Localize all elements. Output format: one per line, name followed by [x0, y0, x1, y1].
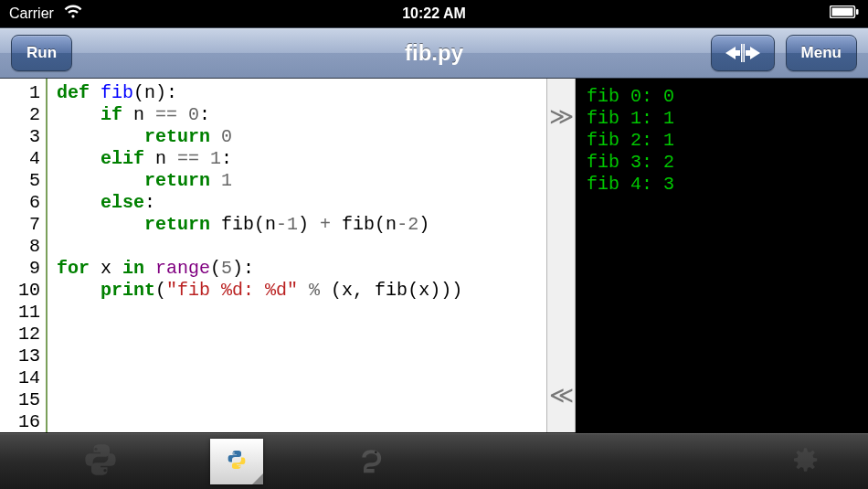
svg-rect-4 — [743, 44, 745, 62]
t: 0 — [188, 104, 199, 125]
snake-icon — [355, 441, 391, 482]
t — [199, 148, 210, 169]
nav-bar: Run fib.py Menu — [0, 27, 868, 79]
t: 2 — [408, 214, 418, 235]
wifi-icon — [63, 5, 83, 23]
t: return — [144, 214, 210, 235]
console-output[interactable]: fib 0: 0fib 1: 1fib 2: 1fib 3: 2fib 4: 3 — [576, 79, 868, 432]
code-area[interactable]: def fib(n): if n == 0: return 0 elif n =… — [48, 79, 546, 432]
t: n — [144, 148, 177, 169]
carrier-label: Carrier — [9, 5, 54, 22]
t: return — [144, 126, 210, 147]
clock-label: 10:22 AM — [402, 5, 466, 22]
t: == — [155, 104, 177, 125]
t: : — [144, 192, 155, 213]
line-number: 6 — [0, 192, 40, 214]
battery-icon — [830, 5, 859, 22]
line-number: 10 — [0, 280, 40, 302]
split-button[interactable] — [711, 35, 775, 71]
t: (x, fib(x))) — [320, 280, 462, 301]
tab-bar — [0, 432, 868, 489]
line-number: 8 — [0, 236, 40, 258]
chevron-left-icon: ≪ — [549, 383, 574, 407]
t: 1 — [287, 214, 298, 235]
t: for — [57, 258, 90, 279]
run-button-label: Run — [26, 44, 57, 62]
tab-python[interactable] — [64, 440, 137, 484]
t: else — [101, 192, 144, 213]
t: 0 — [221, 126, 232, 147]
pane-divider[interactable]: ≫ ≪ — [546, 79, 576, 432]
line-number: 13 — [0, 345, 40, 367]
console-line: fib 4: 3 — [587, 174, 857, 196]
t: - — [276, 214, 287, 235]
line-number: 15 — [0, 389, 40, 411]
line-number: 1 — [0, 82, 40, 104]
t: 5 — [221, 258, 232, 279]
t: fib(n — [331, 214, 397, 235]
python-logo-icon — [82, 441, 119, 482]
t — [177, 104, 188, 125]
t: ) — [418, 214, 429, 235]
t: 1 — [221, 170, 232, 191]
console-line: fib 0: 0 — [587, 86, 857, 108]
svg-point-5 — [375, 451, 377, 453]
menu-button[interactable]: Menu — [786, 35, 857, 71]
tab-console[interactable] — [336, 440, 409, 484]
t — [298, 280, 309, 301]
t: ) — [298, 214, 320, 235]
t: : — [199, 104, 210, 125]
t: fib(n — [210, 214, 276, 235]
python-file-icon — [223, 443, 250, 480]
app-frame: Carrier 10:22 AM Run fib.py — [0, 0, 868, 489]
file-title: fib.py — [405, 40, 463, 66]
line-number: 2 — [0, 104, 40, 126]
tab-settings[interactable] — [767, 440, 841, 484]
svg-rect-3 — [741, 44, 743, 62]
line-gutter: 1 2 3 4 5 6 7 8 9 10 11 12 13 14 15 16 — [0, 79, 48, 432]
t: elif — [101, 148, 144, 169]
menu-button-label: Menu — [801, 44, 842, 62]
t: ( — [155, 280, 166, 301]
gear-icon — [787, 442, 821, 481]
t: "fib %d: %d" — [166, 280, 298, 301]
line-number: 4 — [0, 148, 40, 170]
editor-pane[interactable]: 1 2 3 4 5 6 7 8 9 10 11 12 13 14 15 16 d… — [0, 79, 546, 432]
t: : — [221, 148, 232, 169]
t: % — [309, 280, 320, 301]
t: return — [144, 170, 210, 191]
console-line: fib 2: 1 — [587, 130, 857, 152]
main-area: 1 2 3 4 5 6 7 8 9 10 11 12 13 14 15 16 d… — [0, 79, 868, 432]
t: def — [57, 82, 90, 103]
line-number: 12 — [0, 324, 40, 345]
t: fib — [101, 82, 133, 103]
line-number: 9 — [0, 258, 40, 280]
t: (n): — [133, 82, 177, 103]
split-arrows-icon — [725, 43, 761, 63]
status-bar: Carrier 10:22 AM — [0, 0, 868, 27]
t: n — [122, 104, 155, 125]
line-number: 16 — [0, 411, 40, 432]
line-number: 3 — [0, 126, 40, 148]
t: == — [177, 148, 199, 169]
t: ( — [210, 258, 221, 279]
svg-rect-1 — [832, 8, 853, 16]
line-number: 11 — [0, 302, 40, 324]
t: x — [90, 258, 122, 279]
run-button[interactable]: Run — [11, 35, 72, 71]
t: - — [397, 214, 408, 235]
t: + — [320, 214, 331, 235]
t — [144, 258, 155, 279]
t: print — [101, 280, 155, 301]
line-number: 14 — [0, 367, 40, 389]
t: 1 — [210, 148, 221, 169]
console-line: fib 1: 1 — [587, 108, 857, 130]
t: ): — [232, 258, 254, 279]
t: range — [155, 258, 210, 279]
tab-file-active[interactable] — [210, 439, 263, 484]
console-line: fib 3: 2 — [587, 152, 857, 174]
t: if — [101, 104, 122, 125]
svg-rect-2 — [856, 9, 859, 15]
t: in — [122, 258, 144, 279]
line-number: 5 — [0, 170, 40, 192]
